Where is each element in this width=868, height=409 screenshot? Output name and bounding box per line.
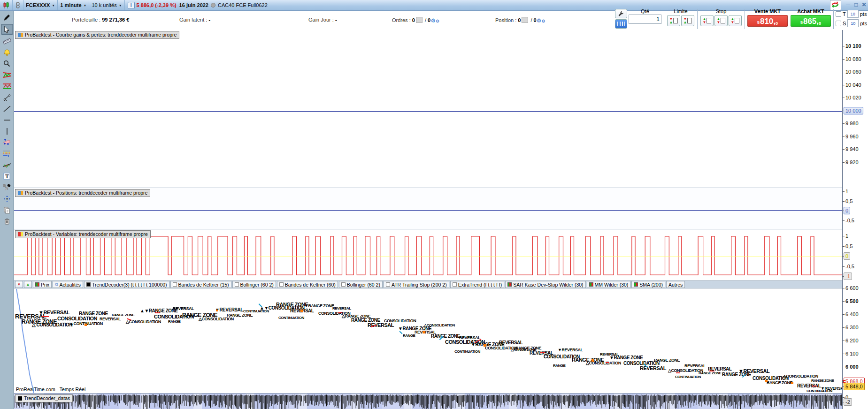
cursor-select-icon[interactable] xyxy=(1,24,13,35)
indicator-checkbox[interactable] xyxy=(235,282,239,287)
target-checkbox[interactable] xyxy=(836,11,841,17)
indicator-tab-label: SAR Kase Dev-Stop Wilder (30) xyxy=(513,282,583,288)
text-tool-icon[interactable]: T xyxy=(1,171,13,181)
indicator-tab-bollinger-60-2[interactable]: Bollinger (60 2) xyxy=(339,281,383,288)
equity-axis-label: 10 040 xyxy=(845,82,861,88)
fibonacci-points-icon[interactable] xyxy=(1,137,13,147)
copy-icon[interactable] xyxy=(1,205,13,215)
target-points-input[interactable] xyxy=(847,10,859,18)
keyboard-shortcuts-button[interactable] xyxy=(615,19,627,29)
trend-line-icon[interactable] xyxy=(1,104,13,114)
pencil-draw-icon[interactable] xyxy=(1,13,13,23)
drawing-toolbar: FT xyxy=(0,11,14,409)
buy-market-button[interactable]: 5865,0 xyxy=(791,15,831,27)
indicator-checkbox[interactable] xyxy=(453,282,457,287)
minimize-button[interactable]: ─ xyxy=(844,1,852,9)
indicator-up-button[interactable]: ▲ xyxy=(24,281,32,288)
tools-icon[interactable] xyxy=(1,182,13,192)
target-label: T xyxy=(843,11,846,17)
trenddecoder-datas-panel[interactable]: TrendDecoder_datas xyxy=(14,393,842,409)
info-icon[interactable]: i xyxy=(128,2,135,9)
variables-panel[interactable]: ProBacktest - Variables: trenddecoder mu… xyxy=(14,229,842,280)
price-axis[interactable]: 10 10010 08010 06010 04010 02010 0009 98… xyxy=(842,30,868,409)
chart-type-button[interactable] xyxy=(0,0,13,10)
trenddecoder-datas-title: TrendDecoder_datas xyxy=(24,395,70,401)
ruler-icon[interactable] xyxy=(1,36,13,46)
indicator-color-icon xyxy=(86,282,91,287)
stop-order-button-2[interactable]: ▲▼ xyxy=(714,15,728,26)
positions-panel-tab[interactable]: ProBacktest - Positions: trenddecoder mu… xyxy=(15,189,150,197)
indicator-tabbar: ▼▲Prix⧉ActualitésTrendDecoder(3) (t t t … xyxy=(14,280,842,288)
stoploss-checkbox[interactable] xyxy=(836,21,841,26)
indicator-tab-prix[interactable]: Prix xyxy=(33,281,52,288)
timeframe-selector[interactable]: 1 minute▼ xyxy=(58,0,89,10)
buy-market-group: Achat MKT 5865,0 xyxy=(789,8,832,27)
indicator-tab-sar-kase-dev-stop-wilder-30[interactable]: SAR Kase Dev-Stop Wilder (30) xyxy=(505,281,585,288)
indicator-tab-autres[interactable]: Autres xyxy=(666,281,685,288)
indicator-down-button[interactable]: ▼ xyxy=(15,281,23,288)
price-chart-panel[interactable]: REVERSAL▼REVERSALRANGE ZONECONSOLIDATION… xyxy=(14,289,842,393)
regression-channel-icon[interactable] xyxy=(1,160,13,170)
horizontal-line-icon[interactable] xyxy=(1,115,13,125)
annotation-label: REVERSAL xyxy=(459,336,480,340)
order-settings-wrench-button[interactable] xyxy=(615,9,627,18)
annotation-label: RANGE ZONE xyxy=(811,379,834,383)
order-arrows-icon: ▲▼ xyxy=(731,17,735,24)
indicator-tab-extratrend-f-t-t-t-f-f[interactable]: ExtraTrend (f t t t f f) xyxy=(450,281,505,288)
indicator-checkbox[interactable] xyxy=(386,282,390,287)
sell-market-group: Vente MKT 5810,0 xyxy=(746,8,789,27)
probacktest-icon xyxy=(18,33,23,37)
variables-panel-tab[interactable]: ProBacktest - Variables: trenddecoder mu… xyxy=(15,230,151,238)
indicator-checkbox[interactable] xyxy=(173,282,177,287)
annotation-label: CONTINUATION xyxy=(807,389,832,393)
indicator-tab-sma-200[interactable]: SMA (200) xyxy=(631,281,665,288)
sell-market-button[interactable]: 5810,0 xyxy=(747,15,788,27)
annotation-label: RANGE ZONE xyxy=(431,334,460,339)
position-settings-gears-icon[interactable]: ⚙⚙ xyxy=(537,17,545,24)
segment-icon[interactable] xyxy=(1,92,13,102)
pattern-triangle-icon[interactable] xyxy=(1,70,13,80)
stoploss-points-input[interactable] xyxy=(847,19,859,27)
orders-list-icon[interactable] xyxy=(416,17,422,23)
link-icon[interactable] xyxy=(13,0,23,10)
fibonacci-levels-icon[interactable]: F xyxy=(1,149,13,159)
orders-settings-gears-icon[interactable]: ⚙⚙ xyxy=(430,17,439,24)
chart-mark xyxy=(422,331,425,333)
equity-panel-tab[interactable]: ProBacktest - Courbe gains & pertes: tre… xyxy=(15,31,179,39)
indicator-tab-bollinger-60-2[interactable]: Bollinger (60 2) xyxy=(232,281,276,288)
indicator-tab-bandes-de-keltner-60[interactable]: Bandes de Keltner (60) xyxy=(277,281,338,288)
axis-tick xyxy=(843,314,845,315)
annotation-label: RANGE xyxy=(553,364,565,368)
chart-mark xyxy=(709,371,714,371)
zoom-magnifier-icon[interactable] xyxy=(1,59,13,68)
indicator-tab-mm-wilder-30[interactable]: MM Wilder (30) xyxy=(587,281,631,288)
alert-bell-icon[interactable] xyxy=(1,47,13,57)
maximize-button[interactable]: □ xyxy=(852,1,860,9)
trash-icon[interactable] xyxy=(1,216,13,226)
indicator-tab-actualit-s[interactable]: ⧉Actualités xyxy=(53,281,83,288)
move-icon[interactable] xyxy=(1,194,13,204)
quantity-input[interactable] xyxy=(629,15,661,24)
units-selector[interactable]: 10 k unités▼ xyxy=(89,0,124,10)
indicator-checkbox[interactable] xyxy=(279,282,284,287)
chevron-down-icon: ▼ xyxy=(84,4,87,7)
instrument-selector[interactable]: FCEXXXX▼ xyxy=(23,0,58,10)
stop-order-button-3[interactable]: ▲▼ xyxy=(729,15,742,26)
indicator-checkbox[interactable] xyxy=(341,282,346,287)
pattern-channel-icon[interactable] xyxy=(1,81,13,91)
positions-panel[interactable]: ProBacktest - Positions: trenddecoder mu… xyxy=(14,188,842,229)
news-icon: ⧉ xyxy=(55,282,58,287)
position-list-icon[interactable] xyxy=(522,17,528,23)
limit-order-button-2[interactable]: ▼▲ xyxy=(681,15,694,26)
axis-tick xyxy=(843,288,845,288)
limit-order-button-1[interactable]: ▼▲ xyxy=(667,15,680,26)
annotation-label: RANGE ZONE xyxy=(767,381,792,385)
close-button[interactable]: ✕ xyxy=(860,1,868,9)
indicator-tab-bandes-de-keltner-15[interactable]: Bandes de Keltner (15) xyxy=(170,281,231,288)
stop-order-button-1[interactable]: ▲▼ xyxy=(700,15,714,26)
trenddecoder-datas-tab[interactable]: TrendDecoder_datas xyxy=(15,394,73,402)
indicator-tab-trenddecoder-3-t-t-t-t-f-t-100000[interactable]: TrendDecoder(3) (t t t t f t 100000) xyxy=(84,281,169,288)
equity-curve-panel[interactable]: ProBacktest - Courbe gains & pertes: tre… xyxy=(14,30,842,188)
indicator-tab-atr-trailing-stop-200-2[interactable]: ATR Trailing Stop (200 2) xyxy=(384,281,449,288)
vertical-line-icon[interactable] xyxy=(1,126,13,136)
